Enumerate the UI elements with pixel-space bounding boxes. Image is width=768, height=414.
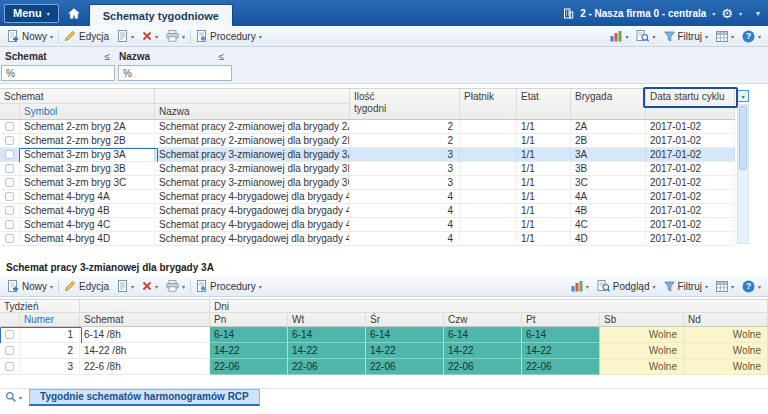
cell-nazwa[interactable]: Schemat pracy 4-brygadowej dla brygady 4… <box>155 204 350 217</box>
preview-button[interactable]: Podgląd ▾ <box>593 278 660 295</box>
help-button[interactable]: ? ▾ <box>738 278 765 295</box>
cell-etat[interactable]: 1/1 <box>517 148 571 161</box>
cell-brygada[interactable]: 2A <box>571 120 646 133</box>
table-row[interactable]: 214-22 /8h14-2214-2214-2214-2214-22Wolne… <box>0 343 768 359</box>
cell-etat[interactable]: 1/1 <box>517 162 571 175</box>
cell-data-startu-cyklu[interactable]: 2017-01-02 <box>646 120 735 133</box>
procedures-button[interactable]: Procedury ▾ <box>192 278 266 295</box>
cell-etat[interactable]: 1/1 <box>517 190 571 203</box>
cell-nazwa[interactable]: Schemat pracy 2-zmianowej dla brygady 2B <box>155 134 350 147</box>
row-selector[interactable] <box>0 204 20 217</box>
cell-platnik[interactable] <box>460 176 517 189</box>
document-button[interactable]: ▾ <box>113 28 138 45</box>
column-header-brygada[interactable]: Brygada <box>571 89 646 119</box>
edit-button[interactable]: Edycja <box>60 278 113 295</box>
cell-etat[interactable]: 1/1 <box>517 120 571 133</box>
column-header-sr[interactable]: Śr <box>366 313 444 326</box>
row-selector[interactable] <box>0 120 20 133</box>
table-row[interactable]: Schemat 2-zm bryg 2ASchemat pracy 2-zmia… <box>0 120 735 134</box>
chart-button[interactable]: ▾ <box>606 28 632 45</box>
cell-nazwa[interactable]: Schemat pracy 4-brygadowej dla brygady 4… <box>155 218 350 231</box>
cell-schemat[interactable]: 14-22 /8h <box>80 343 210 359</box>
cell-nazwa[interactable]: Schemat pracy 3-zmianowej dla brygady 3C <box>155 176 350 189</box>
cell-czw[interactable]: 22-06 <box>444 359 522 375</box>
cell-nazwa[interactable]: Schemat pracy 4-brygadowej dla brygady 4… <box>155 190 350 203</box>
row-selector[interactable] <box>0 148 20 161</box>
column-header-symbol[interactable]: Symbol <box>20 104 155 119</box>
table-row[interactable]: Schemat 3-zm bryg 3CSchemat pracy 3-zmia… <box>0 176 735 190</box>
chevron-down-icon[interactable]: ▾ <box>712 10 715 17</box>
cell-ilosc-tygodni[interactable]: 4 <box>350 204 460 217</box>
filter-button[interactable]: Filtruj ▾ <box>660 278 712 295</box>
cell-czw[interactable]: 14-22 <box>444 343 522 359</box>
cell-wt[interactable]: 22-06 <box>288 359 366 375</box>
cell-pt[interactable]: 6-14 <box>522 327 600 343</box>
cell-nd[interactable]: Wolne <box>684 343 768 359</box>
cell-nazwa[interactable]: Schemat pracy 3-zmianowej dla brygady 3A <box>155 148 350 161</box>
column-header-pt[interactable]: Pt <box>522 313 600 326</box>
schemat-filter-input[interactable]: % <box>1 65 115 81</box>
tab-schematy-tygodniowe[interactable]: Schematy tygodniowe <box>89 4 233 26</box>
table-row[interactable]: Schemat 3-zm bryg 3ASchemat pracy 3-zmia… <box>0 148 735 162</box>
cell-symbol[interactable]: Schemat 3-zm bryg 3A <box>20 148 155 161</box>
cell-data-startu-cyklu[interactable]: 2017-01-02 <box>646 148 735 161</box>
cell-symbol[interactable]: Schemat 3-zm bryg 3B <box>20 162 155 175</box>
cell-brygada[interactable]: 3A <box>571 148 646 161</box>
cell-platnik[interactable] <box>460 162 517 175</box>
row-selector[interactable] <box>0 218 20 231</box>
cell-ilosc-tygodni[interactable]: 2 <box>350 120 460 133</box>
row-selector[interactable] <box>0 162 20 175</box>
gear-icon[interactable]: ⚙ <box>721 7 733 20</box>
column-header-platnik[interactable]: Płatnik <box>460 89 517 119</box>
procedures-button[interactable]: Procedury ▾ <box>192 28 266 45</box>
cell-pt[interactable]: 14-22 <box>522 343 600 359</box>
column-header-ilosc-tygodni[interactable]: Ilość tygodni <box>350 89 460 119</box>
operator-icon[interactable]: ≤ <box>105 51 111 62</box>
cell-wt[interactable]: 14-22 <box>288 343 366 359</box>
cell-pn[interactable]: 14-22 <box>210 343 288 359</box>
column-header-wt[interactable]: Wt <box>288 313 366 326</box>
cell-ilosc-tygodni[interactable]: 3 <box>350 162 460 175</box>
cell-etat[interactable]: 1/1 <box>517 204 571 217</box>
cell-pt[interactable]: 22-06 <box>522 359 600 375</box>
cell-platnik[interactable] <box>460 218 517 231</box>
home-button[interactable] <box>62 1 86 25</box>
chevron-down-icon[interactable]: ▾ <box>739 10 742 17</box>
cell-symbol[interactable]: Schemat 4-bryg 4A <box>20 190 155 203</box>
row-selector[interactable] <box>0 134 20 147</box>
cell-brygada[interactable]: 4A <box>571 190 646 203</box>
cell-data-startu-cyklu[interactable]: 2017-01-02 <box>646 232 735 245</box>
cell-symbol[interactable]: Schemat 2-zm bryg 2A <box>20 120 155 133</box>
filter-button[interactable]: Filtruj ▾ <box>660 28 712 45</box>
print-button[interactable]: ▾ <box>162 28 189 45</box>
delete-button[interactable]: ▾ <box>138 28 162 45</box>
cell-nd[interactable]: Wolne <box>684 327 768 343</box>
new-button[interactable]: Nowy ▾ <box>3 278 57 295</box>
cell-platnik[interactable] <box>460 134 517 147</box>
locator-nazwa-header[interactable]: Nazwa ≤ <box>115 49 229 64</box>
cell-brygada[interactable]: 4C <box>571 218 646 231</box>
table-row[interactable]: 16-14 /8h6-146-146-146-146-14WolneWolne <box>0 327 768 343</box>
preview-button[interactable]: ▾ <box>632 28 659 45</box>
scrollbar-thumb[interactable] <box>739 106 747 170</box>
cell-numer[interactable]: 1 <box>20 327 80 343</box>
vertical-scrollbar[interactable] <box>737 104 749 244</box>
table-row[interactable]: 322-6 /8h22-0622-0622-0622-0622-06WolneW… <box>0 359 768 375</box>
column-group-tydzien[interactable]: Tydzień <box>0 300 80 313</box>
cell-data-startu-cyklu[interactable]: 2017-01-02 <box>646 134 735 147</box>
cell-sr[interactable]: 6-14 <box>366 327 444 343</box>
column-header-sb[interactable]: Sb <box>600 313 684 326</box>
cell-symbol[interactable]: Schemat 2-zm bryg 2B <box>20 134 155 147</box>
column-header-nd[interactable]: Nd <box>684 313 768 326</box>
cell-etat[interactable]: 1/1 <box>517 218 571 231</box>
company-selector[interactable]: 2 - Nasza firma 0 - centrala <box>580 8 706 19</box>
column-header-schemat[interactable]: Schemat <box>80 313 210 326</box>
cell-sb[interactable]: Wolne <box>600 359 684 375</box>
table-row[interactable]: Schemat 4-bryg 4BSchemat pracy 4-brygado… <box>0 204 735 218</box>
cell-platnik[interactable] <box>460 190 517 203</box>
cell-pn[interactable]: 22-06 <box>210 359 288 375</box>
locator-schemat-header[interactable]: Schemat ≤ <box>1 49 115 64</box>
cell-numer[interactable]: 2 <box>20 343 80 359</box>
column-header-czw[interactable]: Czw <box>444 313 522 326</box>
column-header-pn[interactable]: Pn <box>210 313 288 326</box>
